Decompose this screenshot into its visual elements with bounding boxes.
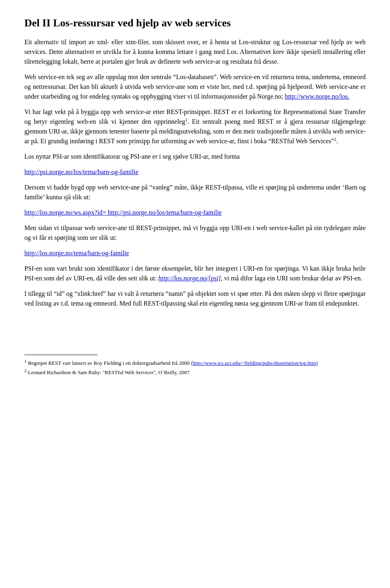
footnote-1-link[interactable]: (http://www.ics.uci.edu/~fielding/pubs/d… [191, 360, 318, 366]
paragraph-9: I tillegg til “id” og “xlink:href” har v… [24, 289, 366, 308]
link-psi2-text: http://los.norge.no/[psi] [158, 275, 221, 282]
paragraph-3-end: . [336, 138, 338, 144]
paragraph-3: Vi har lagt vekt på å byggja opp web ser… [24, 107, 366, 146]
spacer [24, 314, 366, 322]
spacer3 [24, 330, 366, 338]
paragraph-6: Dersom vi hadde bygd opp web service-ane… [24, 183, 366, 202]
link-block-psi: http://psi.norge.no/los/tema/barn-og-fam… [24, 167, 366, 177]
footnote-divider [24, 355, 98, 355]
link-psi2[interactable]: http://los.norge.no/[psi] [158, 275, 221, 282]
paragraph-5: Los nyttar PSI-ar som identifikatorar og… [24, 152, 366, 162]
footnote-2-text: Leonard Richardson & Sam Ruby: "RESTful … [28, 369, 190, 375]
paragraph-2: Web service-en tek seg av alle oppslag m… [24, 72, 366, 101]
footnote-1-num: 1 [24, 358, 27, 363]
footnote-1: 1 Begrepet REST vart lansert av Roy Fiel… [24, 359, 366, 367]
footnote-2: 2 Leonard Richardson & Sam Ruby: "RESTfu… [24, 368, 366, 377]
link-psi[interactable]: http://psi.norge.no/los/tema/barn-og-fam… [24, 168, 139, 175]
page-title: Del II Los-ressursar ved hjelp av web se… [24, 16, 366, 30]
paragraph-1: Eit alternativ til import av xml- eller … [24, 37, 366, 67]
link-block-ws: http://los.norge.no/ws.aspx?id= http://p… [24, 208, 366, 218]
link-norge-no-los[interactable]: http://www.norge.no/los. [285, 93, 349, 100]
link-rest[interactable]: http://los.norge.no/tema/barn-og-familie [24, 250, 129, 256]
footnote-2-num: 2 [24, 368, 27, 373]
paragraph-7: Men sidan vi tilpassar web service-ane t… [24, 223, 366, 243]
footnotes-section: 1 Begrepet REST vart lansert av Roy Fiel… [24, 359, 366, 377]
paragraph-8: PSI-en som vart brukt som identifikator … [24, 264, 366, 283]
paragraph-8-end: , vi må difor laga ein URI som brukar de… [221, 275, 362, 282]
link-ws[interactable]: http://los.norge.no/ws.aspx?id= http://p… [24, 209, 222, 216]
link-block-rest: http://los.norge.no/tema/barn-og-familie [24, 248, 366, 258]
footnote-1-text: Begrepet REST vart lansert av Roy Fieldi… [28, 360, 190, 366]
spacer2 [24, 322, 366, 330]
